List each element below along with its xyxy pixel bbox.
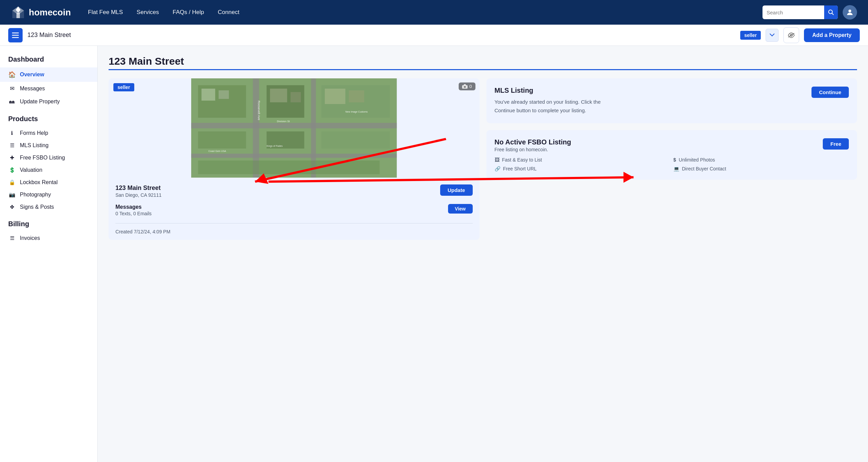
sidebar-dashboard-title: Dashboard <box>0 55 97 67</box>
fsbo-feature-0: 🖼 Fast & Easy to List <box>495 157 670 163</box>
user-icon <box>846 8 854 16</box>
update-property-icon: 🏘 <box>8 99 16 105</box>
sidebar-item-forms-help[interactable]: ℹ Forms Help <box>0 127 97 139</box>
camera-icon <box>462 84 468 89</box>
fsbo-card-title: No Active FSBO Listing <box>495 138 571 146</box>
nav-services[interactable]: Services <box>137 9 159 16</box>
search-button[interactable] <box>824 5 838 19</box>
add-property-button[interactable]: Add a Property <box>804 28 860 42</box>
sidebar-products-title: Products <box>0 108 97 127</box>
sidebar-messages-label: Messages <box>20 86 45 92</box>
menu-button[interactable] <box>8 28 23 42</box>
svg-point-13 <box>464 86 466 88</box>
sidebar-update-property-label: Update Property <box>20 99 60 105</box>
svg-rect-7 <box>12 33 19 34</box>
sidebar-item-photography[interactable]: 📷 Photography <box>0 189 97 201</box>
mls-card: MLS Listing You've already started on yo… <box>486 78 857 123</box>
sidebar-item-overview[interactable]: 🏠 Overview <box>0 67 97 82</box>
svg-rect-20 <box>191 154 397 158</box>
invoices-icon: ☰ <box>8 235 16 241</box>
sidebar-mls-listing-label: MLS Listing <box>20 142 49 149</box>
search-container <box>762 5 838 19</box>
fsbo-features: 🖼 Fast & Easy to List $ Unlimited Photos… <box>495 157 849 171</box>
nav-flat-fee-mls[interactable]: Flat Fee MLS <box>88 9 123 16</box>
nav-links: Flat Fee MLS Services FAQs / Help Connec… <box>88 9 239 16</box>
sidebar-item-lockbox[interactable]: 🔒 Lockbox Rental <box>0 176 97 189</box>
sidebar-overview-label: Overview <box>20 72 44 78</box>
svg-rect-30 <box>270 89 287 102</box>
svg-rect-14 <box>464 84 466 86</box>
nav-right <box>762 5 857 20</box>
svg-rect-33 <box>349 90 364 102</box>
title-underline <box>109 69 857 70</box>
svg-rect-31 <box>290 92 301 102</box>
logo-icon <box>11 5 25 20</box>
sidebar-item-mls-listing[interactable]: ☰ MLS Listing <box>0 139 97 152</box>
sidebar-item-free-fsbo[interactable]: ✚ Free FSBO Listing <box>0 152 97 164</box>
sidebar-valuation-label: Valuation <box>20 167 42 173</box>
fsbo-feature-1: $ Unlimited Photos <box>673 157 849 163</box>
nav-faqs-help[interactable]: FAQs / Help <box>173 9 204 16</box>
mls-listing-icon: ☰ <box>8 142 16 149</box>
sidebar-item-update-property[interactable]: 🏘 Update Property <box>0 95 97 108</box>
free-button[interactable]: Free <box>823 138 849 150</box>
update-button[interactable]: Update <box>440 184 473 196</box>
lockbox-icon: 🔒 <box>8 179 16 185</box>
svg-text:New Image Customs: New Image Customs <box>345 111 368 113</box>
view-button[interactable]: View <box>448 204 473 214</box>
right-column: MLS Listing You've already started on yo… <box>486 78 857 240</box>
sidebar-billing-title: Billing <box>0 213 97 232</box>
short-url-icon: 🔗 <box>495 166 500 171</box>
svg-rect-19 <box>191 123 397 128</box>
fsbo-feature-3: 💻 Direct Buyer Contact <box>673 166 849 171</box>
eye-icon <box>788 33 795 38</box>
property-city: San Diego, CA 92111 <box>115 192 162 198</box>
sidebar-photography-label: Photography <box>20 192 51 198</box>
nav-connect[interactable]: Connect <box>218 9 239 16</box>
sidebar-item-invoices[interactable]: ☰ Invoices <box>0 232 97 244</box>
map-area: seller 0 <box>109 78 480 178</box>
main-layout: Dashboard 🏠 Overview ✉ Messages 🏘 Update… <box>0 46 868 462</box>
svg-line-5 <box>832 13 834 15</box>
messages-icon: ✉ <box>8 85 16 92</box>
svg-rect-26 <box>321 131 390 149</box>
sidebar: Dashboard 🏠 Overview ✉ Messages 🏘 Update… <box>0 46 98 462</box>
photography-icon: 📷 <box>8 192 16 198</box>
svg-rect-32 <box>325 89 345 104</box>
seller-tag: seller <box>113 83 134 91</box>
home-icon: 🏠 <box>8 71 16 78</box>
sidebar-free-fsbo-label: Free FSBO Listing <box>20 155 65 161</box>
search-input[interactable] <box>762 7 824 18</box>
created-date: Created 7/12/24, 4:09 PM <box>115 223 473 234</box>
logo[interactable]: homecoin <box>11 5 71 20</box>
sidebar-item-messages[interactable]: ✉ Messages <box>0 82 97 95</box>
svg-text:Division St: Division St <box>277 120 290 123</box>
mls-card-desc: You've already started on your listing. … <box>495 98 611 115</box>
continue-button[interactable]: Continue <box>811 87 849 98</box>
svg-text:Roosevelt Ave: Roosevelt Ave <box>257 101 261 120</box>
svg-rect-9 <box>12 37 19 38</box>
sidebar-item-valuation[interactable]: 💲 Valuation <box>0 164 97 176</box>
dropdown-button[interactable] <box>766 29 779 42</box>
property-info: 123 Main Street San Diego, CA 92111 Upda… <box>109 178 480 240</box>
content-area: 123 Main Street seller 0 <box>98 46 868 462</box>
search-icon <box>828 9 834 15</box>
property-card: seller 0 <box>109 78 480 240</box>
user-avatar[interactable] <box>843 5 857 20</box>
fsbo-card: No Active FSBO Listing Free listing on h… <box>486 130 857 180</box>
camera-count: 0 <box>469 84 472 89</box>
sidebar-lockbox-label: Lockbox Rental <box>20 179 58 185</box>
svg-rect-28 <box>201 89 215 101</box>
unlimited-photos-icon: $ <box>673 157 676 163</box>
seller-badge: seller <box>740 31 761 40</box>
valuation-icon: 💲 <box>8 167 16 173</box>
free-fsbo-icon: ✚ <box>8 155 16 161</box>
messages-label: Messages <box>115 204 152 210</box>
sidebar-item-signs-posts[interactable]: ✤ Signs & Posts <box>0 201 97 213</box>
address-bar: 123 Main Street <box>27 31 735 39</box>
logo-text: homecoin <box>29 7 71 18</box>
svg-rect-27 <box>198 161 380 174</box>
page-title: 123 Main Street <box>109 55 857 67</box>
sidebar-forms-help-label: Forms Help <box>20 130 48 136</box>
eye-button[interactable] <box>783 27 799 43</box>
